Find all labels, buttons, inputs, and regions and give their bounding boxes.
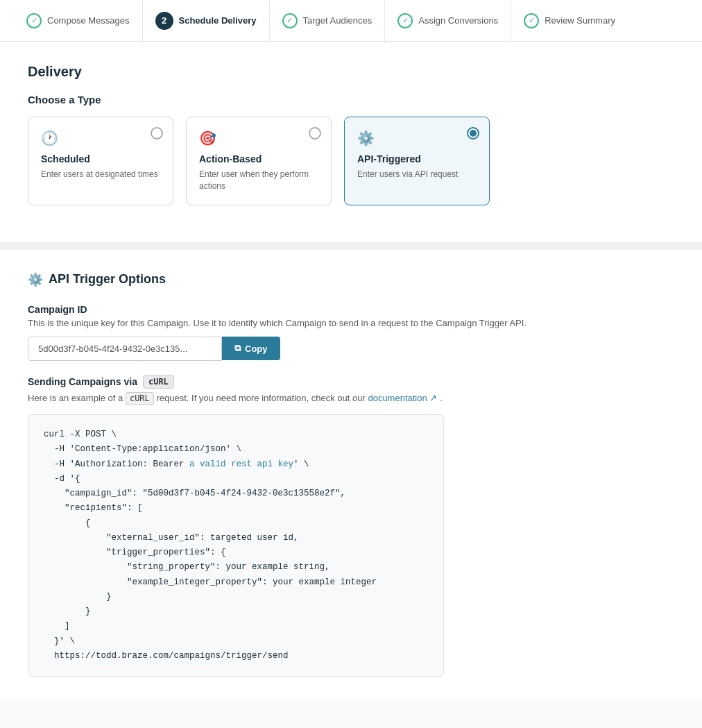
code-block: curl -X POST \ -H 'Content-Type:applicat… xyxy=(28,414,444,677)
choose-type-label: Choose a Type xyxy=(28,94,674,105)
gear-icon: ⚙️ xyxy=(357,130,477,146)
code-line-5: "campaign_id": "5d00d3f7-b045-4f24-9432-… xyxy=(44,486,428,501)
step-assign-check: ✓ xyxy=(397,13,413,28)
copy-icon: ⧉ xyxy=(234,343,241,354)
code-line-7: { xyxy=(44,516,428,531)
step-assign[interactable]: ✓ Assign Conversions xyxy=(385,0,511,41)
type-card-action-desc: Enter user when they perform actions xyxy=(199,169,318,192)
curl-badge: cURL xyxy=(143,375,174,389)
type-card-api[interactable]: ⚙️ API-Triggered Enter users via API req… xyxy=(344,117,490,205)
step-target-check: ✓ xyxy=(282,13,298,28)
delivery-title: Delivery xyxy=(28,64,674,80)
code-line-15: }' \ xyxy=(44,634,428,649)
stepper: ✓ Compose Messages 2 Schedule Delivery ✓… xyxy=(0,0,702,42)
api-gear-icon: ⚙️ xyxy=(28,272,43,287)
type-card-action-radio xyxy=(309,127,321,139)
code-line-13: } xyxy=(44,604,428,619)
step-compose-check: ✓ xyxy=(26,13,42,28)
type-card-scheduled[interactable]: 🕐 Scheduled Enter users at designated ti… xyxy=(28,117,173,205)
step-schedule[interactable]: 2 Schedule Delivery xyxy=(143,0,270,41)
documentation-link[interactable]: documentation ↗ xyxy=(368,393,440,403)
step-review-check: ✓ xyxy=(524,13,539,28)
step-target[interactable]: ✓ Target Audiences xyxy=(270,0,386,41)
code-line-12: } xyxy=(44,590,428,604)
sending-desc-code: cURL xyxy=(126,392,154,405)
section-divider xyxy=(0,242,702,250)
code-line-6: "recipients": [ xyxy=(44,501,428,516)
type-card-action-name: Action-Based xyxy=(199,153,318,164)
campaign-id-field: Campaign ID This is the unique key for t… xyxy=(28,304,674,361)
copy-button[interactable]: ⧉ Copy xyxy=(222,337,280,360)
code-line-11: "example_integer_property": your example… xyxy=(44,575,428,590)
campaign-id-desc: This is the unique key for this Campaign… xyxy=(28,318,674,328)
api-section-title-text: API Trigger Options xyxy=(49,272,166,287)
type-card-scheduled-desc: Enter users at designated times xyxy=(41,169,160,180)
code-line-4: -d '{ xyxy=(44,472,428,486)
step-schedule-label: Schedule Delivery xyxy=(179,15,257,26)
clock-icon: 🕐 xyxy=(41,130,160,146)
delivery-section: Delivery Choose a Type 🕐 Scheduled Enter… xyxy=(0,42,702,242)
sending-desc-suffix: request. If you need more information, c… xyxy=(156,393,365,403)
type-cards-container: 🕐 Scheduled Enter users at designated ti… xyxy=(28,117,674,205)
type-card-api-desc: Enter users via API request xyxy=(357,169,477,180)
type-card-api-name: API-Triggered xyxy=(357,153,477,164)
sending-desc: Here is an example of a cURL request. If… xyxy=(28,391,674,405)
step-schedule-number: 2 xyxy=(155,12,173,30)
type-card-scheduled-name: Scheduled xyxy=(41,153,160,164)
api-section-title-container: ⚙️ API Trigger Options xyxy=(28,272,674,287)
code-line-8: "external_user_id": targeted user id, xyxy=(44,531,428,545)
step-target-label: Target Audiences xyxy=(303,15,373,26)
type-card-api-radio xyxy=(467,127,479,139)
step-review-label: Review Summary xyxy=(545,15,615,26)
code-line-9: "trigger_properties": { xyxy=(44,545,428,560)
sending-desc-prefix: Here is an example of a xyxy=(28,393,123,403)
step-assign-label: Assign Conversions xyxy=(418,15,498,26)
type-card-action[interactable]: 🎯 Action-Based Enter user when they perf… xyxy=(186,117,332,205)
sending-campaigns-field: Sending Campaigns via cURL Here is an ex… xyxy=(28,375,674,405)
step-compose-label: Compose Messages xyxy=(47,15,130,26)
copy-button-label: Copy xyxy=(245,344,268,354)
step-compose[interactable]: ✓ Compose Messages xyxy=(14,0,143,41)
campaign-id-label: Campaign ID xyxy=(28,304,674,315)
api-key-highlight: a valid rest api key xyxy=(189,459,293,469)
target-icon: 🎯 xyxy=(199,130,318,146)
code-line-10: "string_property": your example string, xyxy=(44,560,428,575)
code-line-14: ] xyxy=(44,619,428,634)
code-line-3: -H 'Authorization: Bearer a valid rest a… xyxy=(44,457,428,472)
type-card-scheduled-radio xyxy=(151,127,163,139)
api-trigger-section: ⚙️ API Trigger Options Campaign ID This … xyxy=(0,250,702,700)
code-line-2: -H 'Content-Type:application/json' \ xyxy=(44,442,428,457)
code-line-1: curl -X POST \ xyxy=(44,428,428,442)
campaign-id-input[interactable] xyxy=(28,337,222,361)
sending-label: Sending Campaigns via cURL xyxy=(28,375,674,389)
code-line-16: https://todd.braze.com/campaigns/trigger… xyxy=(44,649,428,663)
campaign-id-row: ⧉ Copy xyxy=(28,337,674,361)
step-review[interactable]: ✓ Review Summary xyxy=(511,0,628,41)
